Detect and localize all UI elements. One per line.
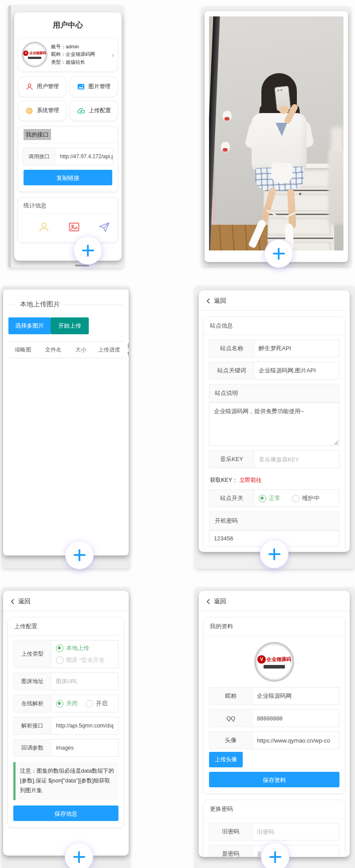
music-key-input[interactable] [254, 450, 339, 468]
api-url-value[interactable]: http://47.97.4.172/api.php? [55, 148, 113, 165]
upload-avatar-button[interactable]: 上传头像 [209, 752, 243, 767]
menu-button-image-manage[interactable]: 图片管理 [70, 76, 118, 97]
callback-param-input[interactable] [51, 739, 118, 757]
radio-selected-icon[interactable] [56, 645, 63, 652]
radio-local-upload[interactable]: 本地上传 [56, 644, 114, 652]
radio-selected-icon[interactable] [56, 700, 63, 708]
radio-maintenance[interactable]: 维护中 [292, 494, 320, 502]
brand-mark-icon: V [23, 51, 28, 56]
panel-upload-config: 返回 上传配置 上传类型 本地上传 图床 *暂未开发 图床地址 在线解析 [2, 587, 130, 868]
select-images-button[interactable]: 选择多图片 [8, 317, 51, 334]
back-label: 返回 [214, 297, 226, 305]
site-description-textarea[interactable]: 企业猫源码网，提供免费功能使用~ [209, 403, 339, 446]
add-button[interactable] [260, 540, 288, 568]
divider [3, 611, 129, 611]
camera-dot [280, 89, 282, 91]
home-indicator [75, 265, 89, 266]
field-row: 头像 [209, 731, 339, 749]
radio-image-bed[interactable]: 图床 *暂未开发 [56, 656, 114, 664]
drawer [268, 194, 331, 211]
page-title: 用户中心 [14, 12, 122, 36]
site-name-input[interactable] [254, 340, 339, 357]
panel-local-upload: 本地上传图片 选择多图片 开始上传 缩略图 文件名 大小 上传进度 操作 [2, 286, 130, 568]
add-button[interactable] [74, 237, 102, 264]
send-stat-icon[interactable] [98, 221, 110, 233]
menu-label: 图片管理 [88, 83, 110, 90]
copy-link-button[interactable]: 复制链接 [24, 170, 112, 185]
column-header: 文件名 [38, 346, 69, 354]
get-key-line: 获取KEY：立即前往 [204, 473, 345, 485]
field-label: 站点开关 [209, 489, 254, 507]
chevron-left-icon [206, 598, 211, 605]
field-label: 昵称 [209, 687, 252, 705]
menu-button-upload-config[interactable]: 上传配置 [70, 100, 118, 121]
stats-section: 统计信息 [18, 197, 118, 242]
field-label: 开机密码 [209, 512, 339, 530]
api-section: 我的接口 调用接口 http://47.97.4.172/api.php? 复制… [18, 126, 118, 192]
account-card[interactable]: V 企业猫源码 账号：admin 昵称：企业猫源码网 类型：超级站长 › [18, 37, 118, 72]
avatar[interactable]: V 企业猫源码 [254, 642, 294, 682]
menu-button-user-manage[interactable]: 用户管理 [18, 76, 67, 97]
field-row: 站点名称 [209, 340, 339, 357]
field-label: 在线解析 [13, 695, 51, 712]
add-button[interactable] [265, 240, 292, 267]
parse-api-input[interactable] [51, 717, 118, 735]
radio-selected-icon[interactable] [259, 495, 266, 502]
add-button[interactable] [65, 843, 93, 868]
field-row: 站点开关 正常 维护中 [209, 489, 339, 507]
menu-button-system-manage[interactable]: 系统管理 [18, 100, 67, 121]
start-upload-button[interactable]: 开始上传 [51, 317, 89, 334]
section-title: 我的资料 [204, 618, 345, 636]
back-button[interactable]: 返回 [3, 591, 129, 611]
radio-icon[interactable] [86, 700, 93, 708]
site-description-wrap: 企业猫源码网，提供免费功能使用~ [209, 403, 339, 446]
blurred-furniture [328, 149, 343, 225]
radio-parse-off[interactable]: 关闭 [56, 700, 78, 708]
add-button[interactable] [66, 541, 93, 569]
field-row: 解析接口 [13, 717, 118, 735]
gear-icon [25, 106, 34, 115]
old-password-input[interactable] [252, 823, 339, 841]
save-info-button[interactable]: 保存信息 [13, 805, 118, 821]
menu-grid: 用户管理 图片管理 系统管理 上传配置 [18, 76, 118, 121]
avatar-url-input[interactable] [252, 731, 339, 749]
stats-icons-row [18, 214, 118, 242]
add-button[interactable] [261, 843, 289, 868]
api-row: 调用接口 http://47.97.4.172/api.php? [23, 148, 113, 165]
chevron-right-icon[interactable]: › [112, 51, 114, 59]
brand-text: 企业猫源码 [267, 656, 291, 663]
upload-buttons-row: 选择多图片 开始上传 [8, 317, 123, 334]
back-button[interactable]: 返回 [199, 290, 350, 310]
menu-label: 上传配置 [89, 107, 111, 114]
scrollbar-strip[interactable] [8, 5, 11, 268]
brand-mark-icon: V [257, 655, 266, 664]
cloud-upload-icon [77, 106, 86, 115]
radio-parse-on[interactable]: 开启 [86, 700, 107, 708]
radio-icon[interactable] [56, 657, 63, 664]
back-label: 返回 [18, 598, 31, 606]
user-stat-icon[interactable] [38, 221, 50, 233]
image-bed-url-input[interactable] [51, 673, 118, 690]
field-label: 回调参数 [13, 739, 51, 757]
image-stat-icon[interactable] [68, 221, 80, 233]
divider [199, 310, 350, 311]
local-upload-screen: 本地上传图片 选择多图片 开始上传 缩略图 文件名 大小 上传进度 操作 [3, 289, 129, 555]
field-label: QQ [209, 709, 252, 727]
column-header: 缩略图 [8, 346, 38, 354]
get-key-link[interactable]: 立即前往 [240, 477, 262, 483]
drawer-knob [299, 193, 301, 195]
column-header: 大小 [69, 346, 93, 354]
radio-normal[interactable]: 正常 [259, 494, 280, 502]
qq-input[interactable] [252, 709, 339, 727]
field-label: 解析接口 [13, 717, 51, 735]
site-keywords-input[interactable] [254, 362, 339, 379]
uploaded-photo[interactable] [209, 16, 343, 250]
camera-dot [277, 90, 279, 91]
panel-profile: 返回 我的资料 V 企业猫源码 昵称 QQ [195, 587, 354, 868]
save-profile-button[interactable]: 保存资料 [209, 772, 339, 787]
nickname-input[interactable] [252, 687, 339, 705]
back-button[interactable]: 返回 [199, 591, 350, 611]
chevron-left-icon [10, 598, 15, 605]
fieldset-legend: 本地上传图片 [8, 305, 123, 305]
radio-icon[interactable] [292, 495, 300, 502]
